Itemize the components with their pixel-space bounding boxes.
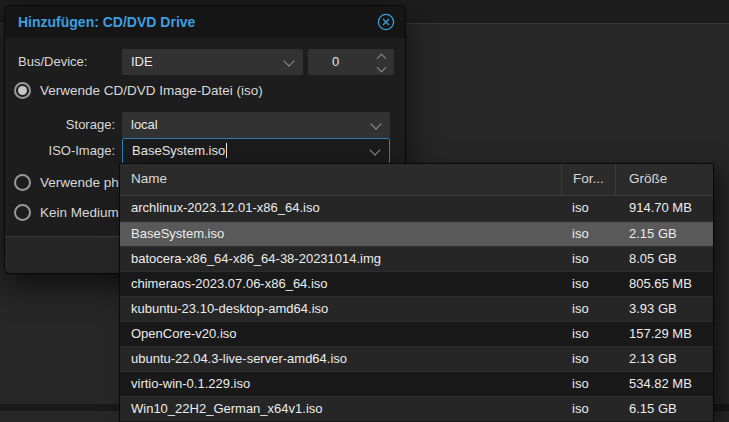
cell-size: 8.05 GB bbox=[615, 247, 713, 271]
iso-image-value: BaseSystem.iso bbox=[132, 143, 225, 158]
column-header-size[interactable]: Größe bbox=[615, 164, 713, 195]
cell-format: iso bbox=[561, 272, 615, 296]
radio-use-iso-label: Verwende CD/DVD Image-Datei (iso) bbox=[40, 83, 263, 98]
dialog-header[interactable]: Hinzufügen: CD/DVD Drive bbox=[5, 6, 405, 38]
cell-size: 6.15 GB bbox=[615, 397, 713, 421]
cell-name: chimeraos-2023.07.06-x86_64.iso bbox=[120, 272, 561, 296]
cell-name: ubuntu-22.04.3-live-server-amd64.iso bbox=[120, 347, 561, 371]
iso-image-combobox[interactable]: BaseSystem.iso bbox=[122, 138, 390, 164]
screen: Hinzufügen: CD/DVD Drive Bus/Device: IDE… bbox=[0, 0, 729, 422]
cell-size: 157.29 MB bbox=[615, 322, 713, 346]
cell-name: BaseSystem.iso bbox=[120, 222, 561, 246]
cell-format: iso bbox=[561, 222, 615, 246]
iso-table-row[interactable]: OpenCore-v20.iso iso 157.29 MB bbox=[120, 321, 713, 346]
column-header-name[interactable]: Name bbox=[120, 164, 561, 195]
radio-selected-icon[interactable] bbox=[14, 82, 31, 99]
iso-table-row[interactable]: virtio-win-0.1.229.iso iso 534.82 MB bbox=[120, 371, 713, 396]
iso-table-row[interactable]: kubuntu-23.10-desktop-amd64.iso iso 3.93… bbox=[120, 296, 713, 321]
bus-select[interactable]: IDE bbox=[122, 49, 303, 75]
cell-size: 534.82 MB bbox=[615, 372, 713, 396]
iso-table-row[interactable]: batocera-x86_64-x86_64-38-20231014.img i… bbox=[120, 246, 713, 271]
cell-name: archlinux-2023.12.01-x86_64.iso bbox=[120, 196, 561, 221]
radio-unselected-icon[interactable] bbox=[14, 174, 31, 191]
iso-table-row[interactable]: ubuntu-22.04.3-live-server-amd64.iso iso… bbox=[120, 346, 713, 371]
close-icon[interactable] bbox=[377, 13, 395, 31]
radio-unselected-icon[interactable] bbox=[14, 204, 31, 221]
cell-format: iso bbox=[561, 196, 615, 221]
iso-table-row[interactable]: archlinux-2023.12.01-x86_64.iso iso 914.… bbox=[120, 196, 713, 221]
chevron-down-icon bbox=[369, 144, 380, 155]
bus-device-label: Bus/Device: bbox=[18, 49, 87, 75]
chevron-down-icon bbox=[283, 55, 294, 66]
iso-table-row[interactable]: chimeraos-2023.07.06-x86_64.iso iso 805.… bbox=[120, 271, 713, 296]
cell-size: 2.15 GB bbox=[615, 222, 713, 246]
cell-size: 2.13 GB bbox=[615, 347, 713, 371]
cell-name: kubuntu-23.10-desktop-amd64.iso bbox=[120, 297, 561, 321]
cell-format: iso bbox=[561, 372, 615, 396]
cell-name: virtio-win-0.1.229.iso bbox=[120, 372, 561, 396]
spinner-down-icon[interactable] bbox=[377, 63, 387, 73]
text-caret bbox=[226, 143, 227, 158]
storage-select[interactable]: local bbox=[122, 112, 390, 138]
iso-table-body: archlinux-2023.12.01-x86_64.iso iso 914.… bbox=[120, 196, 713, 421]
storage-label: Storage: bbox=[18, 112, 115, 138]
cell-name: batocera-x86_64-x86_64-38-20231014.img bbox=[120, 247, 561, 271]
cell-format: iso bbox=[561, 397, 615, 421]
iso-table-header: Name For... Größe bbox=[120, 164, 713, 196]
device-number-stepper[interactable]: 0 bbox=[308, 49, 394, 75]
iso-dropdown-panel: Name For... Größe archlinux-2023.12.01-x… bbox=[120, 164, 713, 422]
cell-format: iso bbox=[561, 347, 615, 371]
iso-table-row[interactable]: Win10_22H2_German_x64v1.iso iso 6.15 GB bbox=[120, 396, 713, 421]
bus-select-value: IDE bbox=[131, 54, 153, 69]
cell-format: iso bbox=[561, 322, 615, 346]
chevron-down-icon bbox=[370, 118, 381, 129]
column-header-format[interactable]: For... bbox=[561, 164, 615, 195]
cell-size: 914.70 MB bbox=[615, 196, 713, 221]
radio-use-iso[interactable]: Verwende CD/DVD Image-Datei (iso) bbox=[14, 81, 263, 99]
cell-format: iso bbox=[561, 297, 615, 321]
cell-format: iso bbox=[561, 247, 615, 271]
cell-name: OpenCore-v20.iso bbox=[120, 322, 561, 346]
dialog-title: Hinzufügen: CD/DVD Drive bbox=[18, 6, 195, 38]
cell-size: 805.65 MB bbox=[615, 272, 713, 296]
cell-name: Win10_22H2_German_x64v1.iso bbox=[120, 397, 561, 421]
cell-size: 3.93 GB bbox=[615, 297, 713, 321]
device-number-value: 0 bbox=[332, 54, 339, 69]
iso-image-label: ISO-Image: bbox=[18, 138, 115, 164]
iso-table-row[interactable]: BaseSystem.iso iso 2.15 GB bbox=[120, 221, 713, 246]
storage-select-value: local bbox=[131, 117, 158, 132]
